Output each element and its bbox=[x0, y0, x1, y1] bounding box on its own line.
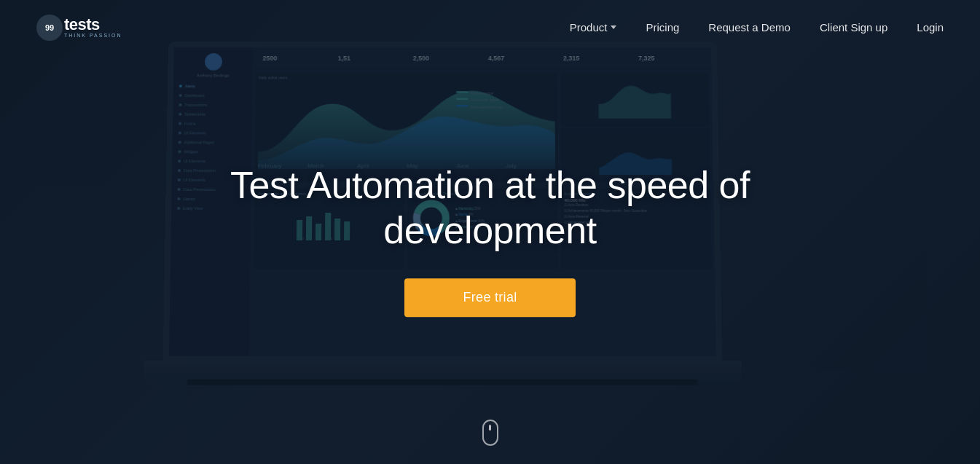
navbar: 99 tests THINK PASSION Product Pricing R… bbox=[0, 0, 980, 55]
nav-product[interactable]: Product bbox=[570, 21, 617, 34]
nav-login[interactable]: Login bbox=[917, 21, 944, 34]
logo-name: tests bbox=[64, 17, 122, 33]
scroll-mouse-icon bbox=[482, 420, 498, 446]
nav-pricing[interactable]: Pricing bbox=[646, 21, 679, 34]
scroll-dot bbox=[489, 425, 491, 430]
chevron-down-icon bbox=[611, 25, 616, 29]
logo-tagline: THINK PASSION bbox=[64, 33, 122, 38]
hero-title: Test Automation at the speed of developm… bbox=[162, 162, 818, 253]
logo: 99 tests THINK PASSION bbox=[36, 15, 122, 41]
nav-signup[interactable]: Client Sign up bbox=[820, 21, 887, 34]
logo-text: tests THINK PASSION bbox=[64, 17, 122, 38]
hero-content: Test Automation at the speed of developm… bbox=[162, 162, 818, 318]
free-trial-button[interactable]: Free trial bbox=[404, 279, 575, 318]
nav-links: Product Pricing Request a Demo Client Si… bbox=[570, 21, 944, 34]
hero-section: Anthony Berlingo Alerts Dashboard Transa… bbox=[0, 0, 980, 464]
nav-demo[interactable]: Request a Demo bbox=[708, 21, 791, 34]
logo-icon: 99 bbox=[36, 15, 63, 41]
scroll-indicator bbox=[482, 420, 498, 446]
